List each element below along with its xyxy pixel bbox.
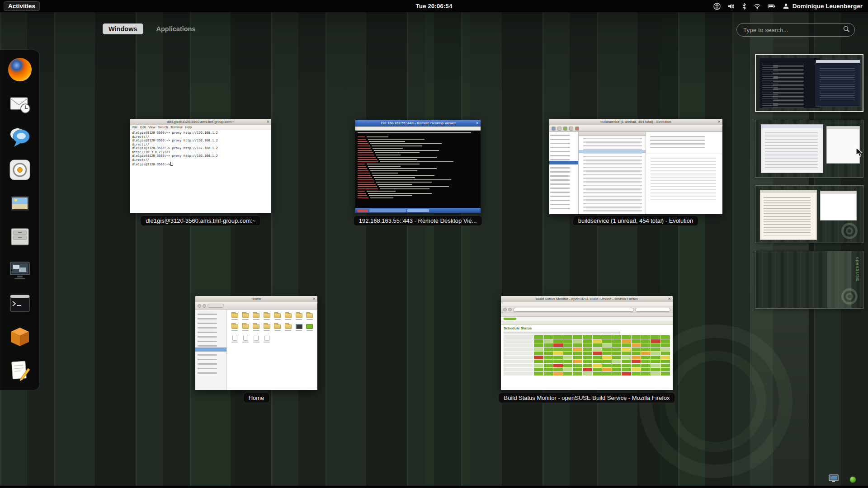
close-icon: ✕ bbox=[476, 121, 479, 126]
file-icon bbox=[230, 324, 240, 331]
workspace-1[interactable] bbox=[755, 54, 863, 112]
opensuse-brand-text: openSUSE bbox=[855, 257, 860, 282]
window-label-terminal: dle1gis@3120-3560.ams.tmf-group.com:~ bbox=[140, 216, 261, 226]
overview-tabs: Windows Applications bbox=[103, 23, 202, 34]
titlebar: Build Status Monitor - openSUSE Build Se… bbox=[501, 296, 673, 302]
file-icon bbox=[251, 313, 261, 320]
page-content: Schedule Status bbox=[501, 317, 673, 390]
notes-pencil-icon bbox=[8, 359, 32, 382]
file-icon bbox=[230, 313, 240, 320]
dash-item-empathy[interactable] bbox=[7, 123, 33, 150]
file-icon bbox=[273, 324, 283, 331]
breadcrumb bbox=[208, 304, 224, 308]
back-icon bbox=[503, 308, 507, 311]
dash bbox=[0, 50, 40, 390]
remote-body bbox=[355, 131, 481, 208]
clock[interactable]: Tue 20:06:54 bbox=[416, 3, 453, 9]
file-icon bbox=[294, 313, 304, 320]
tray-presence-icon[interactable] bbox=[849, 476, 856, 483]
browser-search-bar bbox=[635, 308, 670, 312]
close-icon: ✕ bbox=[312, 296, 316, 302]
remote-separator bbox=[358, 132, 471, 133]
window-terminal[interactable]: dle1gis@3120-3560.ams.tmf-group.com:~ ✕ … bbox=[130, 119, 271, 213]
window-label-firefox: Build Status Monitor - openSUSE Build Se… bbox=[498, 393, 675, 403]
message-tray bbox=[829, 474, 856, 484]
volume-icon[interactable] bbox=[727, 3, 735, 10]
user-name: Dominique Leuenberger bbox=[793, 3, 863, 9]
firefox-icon bbox=[8, 58, 32, 81]
bluetooth-icon[interactable] bbox=[741, 3, 747, 10]
window-remote-desktop[interactable]: 192.168.163.55::443 - Remote Desktop Vie… bbox=[355, 120, 481, 213]
places-sidebar bbox=[195, 310, 227, 390]
user-icon bbox=[783, 3, 789, 9]
battery-icon[interactable] bbox=[768, 3, 776, 10]
selected-message bbox=[579, 150, 646, 153]
dash-item-terminal[interactable] bbox=[7, 291, 33, 317]
firefox-navbar bbox=[501, 306, 673, 313]
workspace-4[interactable]: openSUSE bbox=[755, 251, 863, 309]
search-input[interactable] bbox=[743, 27, 843, 33]
evolution-body bbox=[549, 132, 722, 214]
titlebar: buildservice (1 unread, 454 total) - Evo… bbox=[549, 119, 722, 125]
close-icon: ✕ bbox=[668, 296, 671, 302]
network-icon[interactable] bbox=[754, 3, 761, 10]
window-evolution[interactable]: buildservice (1 unread, 454 total) - Evo… bbox=[549, 119, 722, 214]
window-title: 192.168.163.55::443 - Remote Desktop Vie… bbox=[355, 121, 481, 125]
titlebar: 192.168.163.55::443 - Remote Desktop Vie… bbox=[355, 120, 481, 127]
site-header bbox=[501, 317, 673, 321]
file-icon bbox=[251, 335, 261, 343]
dash-item-banshee[interactable] bbox=[7, 157, 33, 183]
dash-item-remote-desktop[interactable] bbox=[7, 257, 33, 283]
workspace-1-window-a bbox=[759, 58, 821, 108]
terminal-line: http://10.3.0.2:2323 bbox=[132, 150, 269, 155]
file-icon bbox=[241, 335, 250, 343]
workspace-3[interactable] bbox=[755, 185, 863, 243]
forward-icon bbox=[203, 304, 206, 308]
files-body bbox=[195, 310, 317, 390]
forward-icon bbox=[508, 308, 512, 311]
tab-windows[interactable]: Windows bbox=[103, 23, 143, 34]
dash-item-build-tool[interactable] bbox=[7, 324, 33, 350]
firefox-menubar bbox=[501, 302, 673, 306]
terminal-line: direct:// bbox=[132, 158, 269, 162]
file-icon bbox=[283, 324, 293, 331]
window-label-remote: 192.168.163.55::443 - Remote Desktop Vie… bbox=[354, 216, 482, 226]
titlebar: dle1gis@3120-3560.ams.tmf-group.com:~ ✕ bbox=[130, 119, 271, 125]
dash-item-notes[interactable] bbox=[7, 357, 33, 384]
terminal-line: dle1gis@3120-3560:~> proxy http://192.16… bbox=[132, 139, 269, 143]
tab-applications[interactable]: Applications bbox=[151, 23, 202, 34]
search-box[interactable] bbox=[736, 23, 855, 37]
close-icon: ✕ bbox=[717, 119, 721, 125]
folder-sidebar bbox=[549, 132, 579, 214]
file-icon bbox=[273, 313, 283, 320]
tray-display-icon[interactable] bbox=[829, 474, 840, 484]
preview-pane bbox=[646, 132, 722, 214]
package-cube-icon bbox=[8, 325, 32, 349]
dash-item-evolution[interactable] bbox=[7, 90, 33, 116]
user-menu[interactable]: Dominique Leuenberger bbox=[783, 3, 863, 9]
selected-place bbox=[195, 347, 226, 352]
window-firefox[interactable]: Build Status Monitor - openSUSE Build Se… bbox=[501, 296, 673, 390]
selected-folder bbox=[549, 161, 578, 164]
terminal-menubar: File Edit View Search Terminal Help bbox=[130, 125, 271, 130]
top-bar: Activities Tue 20:06:54 Dominique Leuenb… bbox=[0, 0, 868, 12]
window-files[interactable]: Home ✕ bbox=[195, 296, 317, 390]
dash-item-firefox[interactable] bbox=[7, 56, 33, 83]
dash-item-photos[interactable] bbox=[7, 190, 33, 216]
window-title: Home bbox=[195, 297, 317, 301]
dash-item-archive[interactable] bbox=[7, 224, 33, 250]
file-icon bbox=[262, 324, 272, 331]
accessibility-icon[interactable] bbox=[713, 3, 721, 10]
mail-icon bbox=[8, 91, 32, 115]
file-icon bbox=[230, 335, 240, 343]
files-toolbar bbox=[195, 302, 317, 310]
activities-button[interactable]: Activities bbox=[4, 1, 40, 11]
remote-log bbox=[358, 135, 478, 197]
remote-statusbar bbox=[355, 208, 481, 213]
terminal-line: dle1gis@3120-3560:~> proxy http://192.16… bbox=[132, 154, 269, 158]
workspace-2[interactable] bbox=[755, 120, 863, 178]
file-icon bbox=[283, 313, 293, 320]
terminal-body: dle1gis@3120-3560:~> proxy http://192.16… bbox=[130, 130, 271, 213]
file-icon bbox=[251, 324, 261, 331]
workspace-2-window-b bbox=[826, 126, 860, 164]
